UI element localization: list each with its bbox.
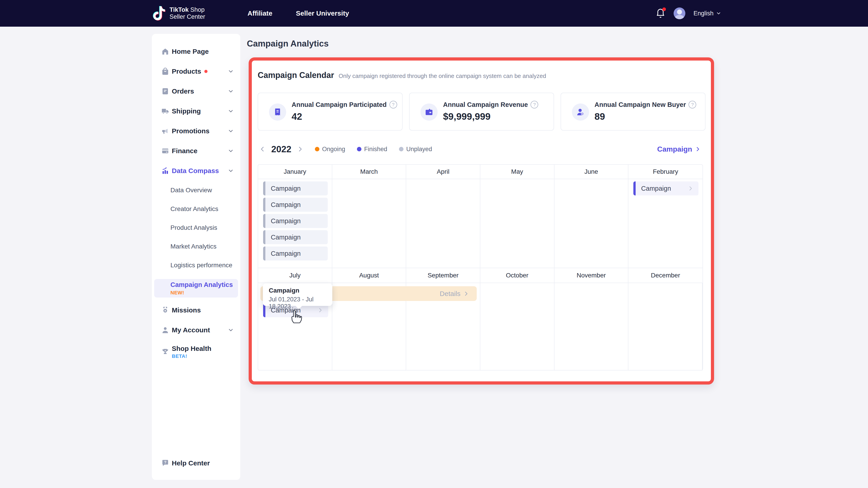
new-badge: NEW! bbox=[170, 290, 184, 296]
month-header-february: February bbox=[628, 165, 703, 179]
campaign-pill-unplayed[interactable]: Campaign bbox=[263, 214, 328, 228]
campaign-pill-unplayed[interactable]: Campaign bbox=[263, 247, 328, 260]
language-selector[interactable]: English bbox=[693, 10, 721, 17]
sidebar-subitem-logistics-performence[interactable]: Logistics performence bbox=[152, 256, 240, 274]
sidebar-subitem-label: Creator Analytics bbox=[170, 205, 218, 213]
campaign-pill-unplayed[interactable]: Campaign bbox=[263, 198, 328, 212]
month-cell-april bbox=[406, 179, 480, 268]
brand-text: TikTok Shop Seller Center bbox=[169, 6, 205, 20]
megaphone-icon bbox=[161, 127, 169, 135]
bag-icon bbox=[161, 67, 169, 76]
month-cell-february: Campaign bbox=[628, 179, 703, 268]
campaign-pill-unplayed[interactable]: Campaign bbox=[263, 230, 328, 244]
month-header-december: December bbox=[628, 268, 703, 283]
wallet-icon bbox=[421, 103, 438, 121]
month-header-row-2: JulyAugustSeptemberOctoberNovemberDecemb… bbox=[258, 268, 703, 283]
sidebar-subitem-label: Logistics performence bbox=[170, 262, 232, 269]
month-header-april: April bbox=[406, 165, 480, 179]
sidebar: Home PageProductsOrdersShippingPromotion… bbox=[152, 34, 240, 480]
language-label: English bbox=[693, 10, 714, 17]
next-year-button[interactable] bbox=[296, 146, 305, 153]
user-plus-icon bbox=[572, 103, 589, 121]
trophy-icon bbox=[161, 348, 169, 356]
stat-card-2: Annual Campaign New Buyer?89 bbox=[561, 93, 706, 131]
campaign-link[interactable]: Campaign bbox=[657, 145, 701, 153]
sidebar-subitem-product-analysis[interactable]: Product Analysis bbox=[152, 218, 240, 237]
help-circle-icon[interactable]: ? bbox=[530, 101, 538, 108]
topbar-nav-seller-university[interactable]: Seller University bbox=[296, 9, 349, 17]
card-icon bbox=[161, 147, 169, 155]
sidebar-item-label: Missions bbox=[172, 306, 201, 314]
legend-item-finished: Finished bbox=[357, 146, 387, 153]
sidebar-subitem-label: Product Analysis bbox=[170, 224, 217, 231]
stat-value: 42 bbox=[291, 111, 302, 122]
month-header-may: May bbox=[480, 165, 555, 179]
sidebar-item-label: My Account bbox=[172, 326, 210, 334]
brand-logo[interactable]: TikTok Shop Seller Center bbox=[152, 0, 205, 27]
topbar-nav-affiliate[interactable]: Affiliate bbox=[248, 9, 272, 17]
sidebar-subitem-creator-analytics[interactable]: Creator Analytics bbox=[152, 199, 240, 218]
truck-icon bbox=[161, 107, 169, 116]
orders-icon bbox=[161, 87, 169, 96]
tiktok-logo-icon bbox=[152, 5, 166, 21]
month-cell-may bbox=[480, 179, 555, 268]
sidebar-item-label: Products bbox=[172, 68, 201, 75]
sidebar-item-promotions[interactable]: Promotions bbox=[152, 121, 240, 141]
sidebar-item-data-compass[interactable]: Data Compass bbox=[152, 161, 240, 181]
chevron-down-icon bbox=[228, 148, 234, 154]
sidebar-subitem-label: Data Overview bbox=[170, 187, 212, 194]
chevron-down-icon bbox=[228, 128, 234, 134]
help-circle-icon[interactable]: ? bbox=[390, 101, 397, 108]
help-circle-icon[interactable]: ? bbox=[688, 101, 696, 108]
campaign-calendar-card: Campaign Calendar Only campaign register… bbox=[249, 57, 714, 385]
sidebar-item-products[interactable]: Products bbox=[152, 61, 240, 81]
user-icon bbox=[161, 326, 169, 334]
topbar-right: English bbox=[655, 0, 721, 27]
sidebar-subitem-label: Campaign Analytics bbox=[170, 281, 233, 289]
legend-item-ongoing: Ongoing bbox=[315, 146, 345, 153]
legend-dot bbox=[357, 147, 362, 151]
year-label: 2022 bbox=[271, 144, 291, 154]
chevron-right-icon bbox=[463, 291, 469, 297]
chevron-down-icon bbox=[228, 327, 234, 333]
sidebar-subitem-market-analytics[interactable]: Market Analytics bbox=[152, 237, 240, 256]
notification-bell-icon[interactable] bbox=[655, 8, 665, 19]
sidebar-item-label: Shipping bbox=[172, 107, 201, 115]
avatar[interactable] bbox=[674, 7, 685, 19]
sidebar-item-my-account[interactable]: My Account bbox=[152, 320, 240, 340]
prev-year-button[interactable] bbox=[258, 146, 267, 153]
sidebar-item-finance[interactable]: Finance bbox=[152, 141, 240, 161]
beta-badge: BETA! bbox=[172, 353, 211, 359]
sidebar-item-label: Finance bbox=[172, 147, 197, 155]
sidebar-item-label: Orders bbox=[172, 88, 194, 95]
sidebar-item-home-page[interactable]: Home Page bbox=[152, 41, 240, 61]
details-link[interactable]: Details bbox=[440, 290, 469, 297]
sidebar-items: Home PageProductsOrdersShippingPromotion… bbox=[152, 41, 240, 364]
calendar-title: Campaign Calendar bbox=[258, 70, 334, 80]
topbar-nav: AffiliateSeller University bbox=[248, 0, 349, 27]
month-cell-march bbox=[332, 179, 406, 268]
month-cell-january: CampaignCampaignCampaignCampaignCampaign bbox=[258, 179, 332, 268]
sidebar-item-label: Shop Health bbox=[172, 345, 211, 352]
stat-label: Annual Campaign Revenue bbox=[443, 101, 528, 108]
sidebar-item-label: Data Compass bbox=[172, 167, 219, 175]
month-header-august: August bbox=[332, 268, 406, 283]
sidebar-item-help-center[interactable]: ? Help Center bbox=[152, 453, 240, 473]
year-row: 2022 OngoingFinishedUnplayed Campaign bbox=[258, 142, 709, 156]
month-content-row-1: CampaignCampaignCampaignCampaignCampaign… bbox=[258, 179, 703, 268]
cursor-hand-icon bbox=[289, 310, 303, 324]
sidebar-item-orders[interactable]: Orders bbox=[152, 81, 240, 101]
month-content-row-2: DetailsCampaignCampaignJul 01,2023 - Jul… bbox=[258, 283, 703, 370]
sidebar-item-shop-health[interactable]: Shop HealthBETA! bbox=[152, 340, 240, 364]
sidebar-item-missions[interactable]: Missions bbox=[152, 300, 240, 320]
campaign-pill-unplayed[interactable]: Campaign bbox=[263, 182, 328, 195]
month-header-october: October bbox=[480, 268, 555, 283]
sidebar-item-shipping[interactable]: Shipping bbox=[152, 101, 240, 121]
sidebar-subitem-data-overview[interactable]: Data Overview bbox=[152, 181, 240, 199]
month-header-row-1: JanuaryMarchAprilMayJuneFebruary bbox=[258, 165, 703, 179]
tooltip-title: Campaign bbox=[269, 287, 332, 294]
month-header-november: November bbox=[555, 268, 629, 283]
campaign-pill-finished[interactable]: Campaign bbox=[633, 182, 699, 195]
stat-card-1: Annual Campaign Revenue?$9,999,999 bbox=[409, 93, 554, 131]
sidebar-subitem-campaign-analytics[interactable]: Campaign AnalyticsNEW! bbox=[154, 279, 238, 297]
